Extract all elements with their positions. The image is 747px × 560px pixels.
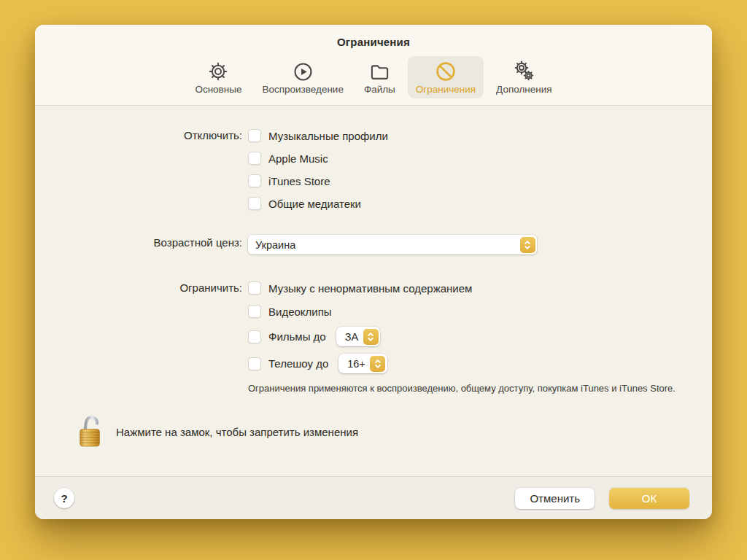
tab-general[interactable]: Основные (187, 56, 249, 98)
tab-label: Ограничения (416, 84, 476, 95)
checkbox-label: Общие медиатеки (268, 198, 361, 210)
help-button-label: ? (61, 492, 67, 505)
checkbox-label: Apple Music (268, 152, 328, 165)
checkbox-label: Видеоклипы (268, 306, 332, 318)
restrictions-note: Ограничения применяются к воспроизведени… (248, 382, 700, 396)
disable-group: Отключить: Музыкальные профили Apple Mus… (35, 128, 712, 211)
chevron-up-down-icon (363, 329, 379, 345)
age-rating-label: Возрастной ценз: (35, 235, 242, 254)
footer-bar: ? Отменить ОК (35, 476, 712, 519)
movies-rating-value: ЗА (345, 331, 358, 343)
country-select[interactable]: Украина (248, 235, 537, 254)
checkbox-row: Фильмы до ЗА (248, 327, 472, 346)
checkbox-label: Фильмы до (268, 330, 326, 343)
country-select-value: Украина (255, 239, 295, 251)
prohibition-icon (435, 61, 457, 82)
checkbox-movies[interactable] (248, 330, 261, 343)
tab-label: Файлы (364, 84, 395, 95)
folder-icon (370, 61, 390, 82)
restrictions-pane: Отключить: Музыкальные профили Apple Mus… (35, 106, 712, 476)
gear-icon (209, 61, 228, 82)
lock-message: Нажмите на замок, чтобы запретить измене… (116, 426, 358, 438)
checkbox-row: iTunes Store (248, 173, 388, 189)
window-title: Ограничения (35, 36, 712, 48)
checkbox-label: Музыку с ненормативным содержанием (268, 282, 472, 295)
checkbox-row: Видеоклипы (248, 303, 472, 319)
window-header: Ограничения Основные (35, 25, 712, 106)
checkbox-music-profiles[interactable] (248, 129, 261, 142)
age-rating-group: Возрастной ценз: Украина (35, 235, 712, 254)
checkbox-row: Музыку с ненормативным содержанием (248, 280, 472, 296)
checkbox-shared-libraries[interactable] (248, 197, 261, 210)
tab-playback[interactable]: Воспроизведение (254, 56, 351, 98)
cancel-button-label: Отменить (530, 492, 580, 505)
preferences-toolbar: Основные Воспроизведение Файлы (35, 48, 712, 105)
checkbox-tv-shows[interactable] (248, 357, 261, 370)
checkbox-itunes-store[interactable] (248, 174, 261, 187)
checkbox-apple-music[interactable] (248, 152, 261, 165)
chevron-up-down-icon (520, 237, 535, 253)
tv-rating-select[interactable]: 16+ (338, 354, 387, 373)
disable-label: Отключить: (35, 128, 242, 211)
restrict-group: Ограничить: Музыку с ненормативным содер… (35, 280, 712, 373)
checkbox-label: Телешоу до (268, 357, 328, 370)
lock-row: Нажмите на замок, чтобы запретить измене… (77, 412, 712, 453)
ok-button-label: ОК (642, 492, 657, 505)
checkbox-explicit-music[interactable] (248, 281, 261, 295)
tab-restrictions[interactable]: Ограничения (408, 56, 484, 98)
play-icon (293, 61, 313, 82)
restrict-label: Ограничить: (35, 280, 242, 373)
tab-files[interactable]: Файлы (356, 56, 403, 98)
tv-rating-value: 16+ (347, 358, 365, 370)
help-button[interactable]: ? (54, 488, 74, 508)
gears-icon (513, 61, 535, 82)
ok-button[interactable]: ОК (609, 488, 689, 509)
tab-label: Дополнения (496, 84, 551, 95)
lock-icon[interactable] (77, 412, 104, 453)
movies-rating-select[interactable]: ЗА (336, 327, 380, 346)
preferences-window: Ограничения Основные (35, 25, 712, 519)
checkbox-music-videos[interactable] (248, 305, 261, 318)
tab-addons[interactable]: Дополнения (488, 56, 560, 98)
checkbox-row: Общие медиатеки (248, 195, 388, 211)
chevron-up-down-icon (370, 356, 385, 372)
tab-label: Воспроизведение (262, 84, 343, 95)
tab-label: Основные (195, 84, 241, 95)
checkbox-label: iTunes Store (268, 175, 330, 187)
checkbox-label: Музыкальные профили (268, 130, 388, 142)
cancel-button[interactable]: Отменить (515, 488, 595, 509)
checkbox-row: Телешоу до 16+ (248, 354, 472, 373)
checkbox-row: Музыкальные профили (248, 128, 388, 144)
checkbox-row: Apple Music (248, 150, 388, 166)
